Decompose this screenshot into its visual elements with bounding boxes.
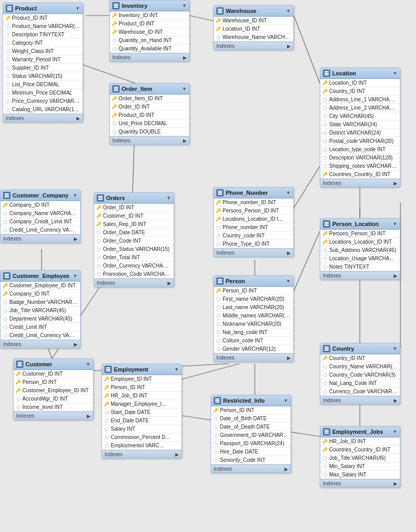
dropdown-arrow-customer_company[interactable]: ▼ [73,193,77,198]
dropdown-arrow-phone_number[interactable]: ▼ [286,190,291,195]
indexes-row-country[interactable]: Indexes▶ [320,396,400,404]
table-row: ◇Currency_Code VARCHAR(10) [320,388,400,396]
indexes-arrow-order_item[interactable]: ▶ [183,138,187,143]
dropdown-arrow-location[interactable]: ▼ [393,71,397,76]
table-person[interactable]: Person▼🔑Person_ID INT◇First_name VARCHAR… [213,275,294,362]
indexes-row-person_location[interactable]: Indexes▶ [320,271,400,280]
indexes-row-warehouse[interactable]: Indexes▶ [214,42,293,50]
indexes-arrow-person[interactable]: ▶ [287,355,291,361]
indexes-row-employment_jobs[interactable]: Indexes▶ [320,479,400,487]
table-order_item[interactable]: Order_Item▼🔑Order_Item_ID INT🔑Order_ID I… [109,83,190,145]
table-row: 🔑Inventory_ID INT [110,11,189,20]
table-employment[interactable]: Employment▼🔑Employee_ID INT🔑Person_ID IN… [101,364,182,459]
table-row: 🔑Order_ID INT [94,204,174,212]
table-product[interactable]: Product▼🔑Product_ID INT◇Product_Name VAR… [3,3,83,123]
table-row: 🔑Location_ID INT [214,25,293,33]
indexes-arrow-product[interactable]: ▶ [76,116,80,121]
table-header-restricted_info[interactable]: Restricted_Info▼ [211,395,291,406]
indexes-arrow-inventory[interactable]: ▶ [183,55,187,60]
indexes-arrow-customer_company[interactable]: ▶ [74,236,77,242]
dropdown-arrow-country[interactable]: ▼ [393,346,397,351]
table-header-employment_jobs[interactable]: Employment_Jobs▼ [320,427,400,437]
indexes-arrow-orders[interactable]: ▶ [167,281,171,286]
indexes-row-orders[interactable]: Indexes▶ [94,278,174,287]
field-icon-inventory-1: 🔑 [112,21,117,26]
field-icon-phone_number-1: 🔑 [216,208,221,214]
indexes-row-product[interactable]: Indexes▶ [3,114,83,122]
table-location[interactable]: Location▼🔑Location_ID INT🔑Country_ID INT… [320,68,400,188]
table-header-inventory[interactable]: Inventory▼ [110,1,189,11]
table-header-country[interactable]: Country▼ [320,343,400,354]
indexes-row-phone_number[interactable]: Indexes▶ [214,248,293,257]
dropdown-arrow-order_item[interactable]: ▼ [182,86,187,91]
field-name-location-0: Location_ID INT [329,80,367,86]
dropdown-arrow-person_location[interactable]: ▼ [393,221,397,227]
table-header-person_location[interactable]: Person_Location▼ [320,219,400,230]
field-icon-employment_jobs-3: ◇ [322,464,328,469]
table-person_location[interactable]: Person_Location▼🔑Persons_Person_ID INT🔑L… [320,218,400,280]
table-header-person[interactable]: Person▼ [214,276,293,287]
indexes-row-inventory[interactable]: Indexes▶ [110,53,189,61]
indexes-arrow-customer[interactable]: ▶ [87,414,90,419]
dropdown-arrow-customer_employee[interactable]: ▼ [73,273,77,278]
indexes-row-restricted_info[interactable]: Indexes▶ [211,464,291,473]
table-row: ◇Location_type_code INT [320,145,400,154]
table-header-product[interactable]: Product▼ [3,3,83,14]
table-header-order_item[interactable]: Order_Item▼ [110,84,189,95]
table-icon-orders [97,194,104,202]
table-title-customer_employee: Customer_Employee [12,273,69,279]
indexes-arrow-location[interactable]: ▶ [394,181,397,186]
indexes-arrow-warehouse[interactable]: ▶ [287,44,291,49]
table-header-customer_company[interactable]: Customer_Company▼ [1,190,80,201]
dropdown-arrow-employment_jobs[interactable]: ▼ [393,429,397,434]
field-icon-restricted_info-4: ◇ [213,441,218,446]
indexes-arrow-employment_jobs[interactable]: ▶ [394,481,397,486]
indexes-arrow-employment[interactable]: ▶ [175,452,179,457]
indexes-arrow-phone_number[interactable]: ▶ [287,250,291,256]
field-icon-customer_employee-6: ◇ [3,333,8,338]
indexes-row-customer_employee[interactable]: Indexes▶ [1,340,80,348]
svg-line-12 [182,364,239,379]
table-warehouse[interactable]: Warehouse▼🔑Warehouse_ID INT🔑Location_ID … [213,5,294,50]
table-row: ◇Last_name VARCHAR(20) [214,303,293,312]
table-header-orders[interactable]: Orders▼ [94,193,174,204]
table-header-warehouse[interactable]: Warehouse▼ [214,6,293,17]
indexes-row-location[interactable]: Indexes▶ [320,179,400,187]
dropdown-arrow-orders[interactable]: ▼ [166,195,171,201]
table-header-phone_number[interactable]: Phone_Number▼ [214,188,293,198]
field-name-product-0: Product_ID INT [12,15,48,21]
table-country[interactable]: Country▼🔑Country_ID INT◇Country_Name VAR… [320,343,400,405]
indexes-arrow-customer_employee[interactable]: ▶ [74,342,77,347]
dropdown-arrow-person[interactable]: ▼ [286,278,291,284]
table-employment_jobs[interactable]: Employment_Jobs▼🔑HR_Job_ID INT🔑Countries… [320,426,400,488]
indexes-arrow-country[interactable]: ▶ [394,398,397,403]
indexes-arrow-person_location[interactable]: ▶ [394,273,397,278]
table-header-customer[interactable]: Customer▼ [14,359,93,370]
indexes-row-person[interactable]: Indexes▶ [214,353,293,362]
indexes-row-customer_company[interactable]: Indexes▶ [1,234,80,243]
field-icon-product-0: 🔑 [5,16,10,21]
indexes-arrow-restricted_info[interactable]: ▶ [284,467,288,472]
table-header-customer_employee[interactable]: Customer_Employee▼ [1,271,80,282]
table-customer_employee[interactable]: Customer_Employee▼🔑Customer_Employee_ID … [0,270,81,349]
dropdown-arrow-inventory[interactable]: ▼ [182,3,187,8]
dropdown-arrow-customer[interactable]: ▼ [86,362,90,367]
table-header-location[interactable]: Location▼ [320,68,400,79]
table-inventory[interactable]: Inventory▼🔑Inventory_ID INT🔑Product_ID I… [109,0,190,62]
table-orders[interactable]: Orders▼🔑Order_ID INT🔑Customer_ID INT🔑Sal… [94,192,174,287]
dropdown-arrow-restricted_info[interactable]: ▼ [283,398,288,403]
table-phone_number[interactable]: Phone_Number▼🔑Phone_number_ID INT🔑Person… [213,187,294,257]
indexes-row-employment[interactable]: Indexes▶ [102,450,181,458]
table-header-employment[interactable]: Employment▼ [102,364,181,375]
dropdown-arrow-employment[interactable]: ▼ [174,367,179,372]
dropdown-arrow-product[interactable]: ▼ [75,6,80,11]
indexes-row-order_item[interactable]: Indexes▶ [110,136,189,144]
field-name-inventory-0: Inventory_ID INT [119,12,158,18]
indexes-row-customer[interactable]: Indexes▶ [14,411,93,420]
table-restricted_info[interactable]: Restricted_Info▼🔑Person_ID INT◇Date_of_B… [211,395,291,473]
table-customer_company[interactable]: Customer_Company▼🔑Company_ID INT◇Company… [0,190,81,243]
dropdown-arrow-warehouse[interactable]: ▼ [286,8,291,14]
field-name-person-3: Middle_names VARCHAR(45) [223,313,291,318]
table-customer[interactable]: Customer▼🔑Customer_ID INT🔑Person_ID INT🔑… [13,358,94,420]
table-row: ◇Location_Usage VARCHAR(4... [320,255,400,263]
